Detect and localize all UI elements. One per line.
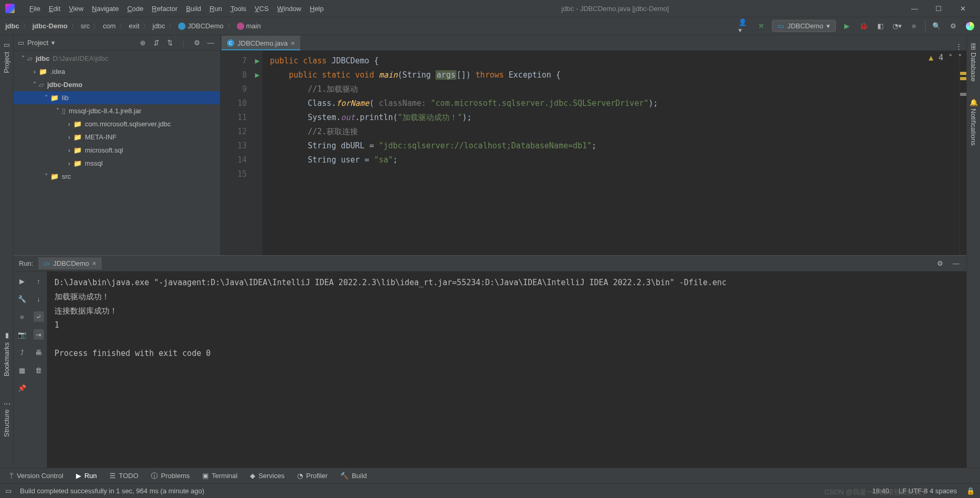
breadcrumb-JDBCDemo[interactable]: JDBCDemo <box>177 22 225 30</box>
menu-vcs[interactable]: VCS <box>251 3 273 15</box>
collapse-all-icon[interactable]: ⇅ <box>165 39 175 47</box>
stop-button[interactable]: ■ <box>908 20 920 32</box>
maximize-button[interactable]: ☐ <box>927 0 951 17</box>
hide-panel-icon[interactable]: — <box>205 39 216 47</box>
navbar: jdbc〉jdbc-Demo〉src〉com〉exit〉jdbc〉JDBCDem… <box>0 17 980 35</box>
run-tab[interactable]: ▭ JDBCDemo × <box>38 257 101 269</box>
coverage-button[interactable]: ◧ <box>875 20 886 32</box>
gutter-run-icon[interactable]: ▶ <box>252 68 263 82</box>
stop-run-icon[interactable]: ■ <box>17 311 27 322</box>
debug-button[interactable]: 🐞 <box>858 20 869 32</box>
right-gutter: 🗄 Database 🔔 Notifications <box>966 35 980 468</box>
bottom-tab-build[interactable]: 🔨Build <box>335 470 372 481</box>
tab-more-icon[interactable]: ⋮ <box>955 42 966 50</box>
menu-run[interactable]: Run <box>205 3 226 15</box>
tree-item-.idea[interactable]: ›📁.idea <box>14 65 220 78</box>
breadcrumb-main[interactable]: main <box>236 22 262 30</box>
status-icon[interactable]: ▭ <box>5 487 12 495</box>
menu-help[interactable]: Help <box>306 3 328 15</box>
menu-view[interactable]: View <box>64 3 88 15</box>
pin-icon[interactable]: 📌 <box>17 383 27 393</box>
update-icon[interactable]: ⤲ <box>755 20 767 32</box>
breadcrumb-jdbc[interactable]: jdbc <box>151 22 166 30</box>
settings-button[interactable]: ⚙ <box>948 20 959 32</box>
gutter-project[interactable]: Project ▭ <box>2 38 12 77</box>
bottom-tab-problems[interactable]: ⓘProblems <box>146 470 195 482</box>
bottom-tab-services[interactable]: ◆Services <box>245 470 290 481</box>
tree-item-src[interactable]: ˅📁src <box>14 170 220 183</box>
gutter-notifications[interactable]: 🔔 Notifications <box>968 94 978 150</box>
menu-edit[interactable]: Edit <box>45 3 64 15</box>
menu-file[interactable]: File <box>25 3 45 15</box>
gutter-run-icon[interactable]: ▶ <box>252 54 263 68</box>
tool-wrench-icon[interactable]: 🔧 <box>17 294 27 304</box>
tree-item-lib[interactable]: ˅📁lib <box>14 91 220 104</box>
print-icon[interactable]: 🖶 <box>34 347 44 358</box>
tree-item-mssql-jdbc-8.4.1.jre8.jar[interactable]: ˅▯mssql-jdbc-8.4.1.jre8.jar <box>14 104 220 117</box>
close-button[interactable]: ✕ <box>951 0 975 17</box>
status-encoding[interactable]: LF UTF-8 4 spaces <box>899 487 957 495</box>
bottom-tab-terminal[interactable]: ▣Terminal <box>197 470 243 481</box>
tab-label: JDBCDemo.java <box>237 39 288 47</box>
status-lock-icon[interactable]: 🔒 <box>966 487 975 495</box>
project-panel-title[interactable]: ▭ Project ▾ <box>18 39 134 47</box>
tree-item-META-INF[interactable]: ›📁META-INF <box>14 131 220 144</box>
breadcrumb-jdbc-Demo[interactable]: jdbc-Demo <box>31 22 69 30</box>
run-config-combo[interactable]: ▭ JDBCDemo ▾ <box>772 20 836 32</box>
dump-icon[interactable]: ⤴ <box>17 347 27 358</box>
breadcrumb-src[interactable]: src <box>80 22 91 30</box>
menu-code[interactable]: Code <box>123 3 148 15</box>
user-icon[interactable]: 👤▾ <box>738 20 750 32</box>
status-message: Build completed successfully in 1 sec, 9… <box>20 487 204 495</box>
minimize-button[interactable]: ― <box>902 0 927 17</box>
gutter-structure[interactable]: Structure ⋮ <box>2 396 12 441</box>
bottom-tab-todo[interactable]: ☰TODO <box>104 470 144 481</box>
tree-item-com.microsoft.sqlserver.jdbc[interactable]: ›📁com.microsoft.sqlserver.jdbc <box>14 117 220 131</box>
menu-refactor[interactable]: Refactor <box>148 3 182 15</box>
editor-scrollbar[interactable] <box>959 51 966 255</box>
bottom-tab-profiler[interactable]: ◔Profiler <box>292 470 333 481</box>
tree-item-mssql[interactable]: ›📁mssql <box>14 157 220 170</box>
gutter-bookmarks[interactable]: Bookmarks ▮ <box>2 328 12 381</box>
bottom-tab-run[interactable]: ▶Run <box>71 470 102 481</box>
editor-tab[interactable]: C JDBCDemo.java × <box>222 36 300 50</box>
panel-settings-icon[interactable]: ⚙ <box>192 39 202 47</box>
titlebar: FileEditViewNavigateCodeRefactorBuildRun… <box>0 0 980 17</box>
scroll-end-icon[interactable]: ⇥ <box>34 329 44 340</box>
breadcrumb-jdbc[interactable]: jdbc <box>4 22 20 30</box>
up-arrow-icon[interactable]: ↑ <box>34 276 44 286</box>
code-editor[interactable]: 789101112131415 ▶▶ public class JDBCDemo… <box>221 51 966 255</box>
app-icon <box>5 4 15 13</box>
menu-navigate[interactable]: Navigate <box>88 3 123 15</box>
menu-build[interactable]: Build <box>182 3 205 15</box>
camera-icon[interactable]: 📷 <box>17 329 27 340</box>
brand-icon[interactable] <box>964 20 976 32</box>
tree-item-microsoft.sql[interactable]: ›📁microsoft.sql <box>14 144 220 157</box>
profile-button[interactable]: ◔▾ <box>891 20 903 32</box>
locate-icon[interactable]: ⊕ <box>137 39 148 47</box>
rerun-button[interactable]: ▶ <box>17 276 27 286</box>
tree-item-jdbc[interactable]: ˅▱jdbcD:\Java\IDEA\jdbc <box>14 52 220 65</box>
breadcrumb-com[interactable]: com <box>102 22 117 30</box>
run-button[interactable]: ▶ <box>841 20 853 32</box>
down-arrow-icon[interactable]: ↓ <box>34 294 44 304</box>
search-button[interactable]: 🔍 <box>931 20 942 32</box>
menu-tools[interactable]: Tools <box>226 3 251 15</box>
breadcrumb-exit[interactable]: exit <box>128 22 140 30</box>
tab-close-icon[interactable]: × <box>291 39 295 47</box>
bottom-tab-version-control[interactable]: ᛘVersion Control <box>4 470 69 481</box>
console-output[interactable]: D:\Java\bin\java.exe "-javaagent:D:\Java… <box>47 272 966 468</box>
project-tree[interactable]: ˅▱jdbcD:\Java\IDEA\jdbc›📁.idea˅▱jdbc-Dem… <box>14 51 220 255</box>
trash-icon[interactable]: 🗑 <box>34 365 44 375</box>
run-settings-icon[interactable]: ⚙ <box>935 259 945 267</box>
menu-window[interactable]: Window <box>273 3 306 15</box>
divider: | <box>178 39 189 47</box>
layout-icon[interactable]: ▦ <box>17 365 27 375</box>
tree-item-jdbc-Demo[interactable]: ˅▱jdbc-Demo <box>14 78 220 91</box>
expand-all-icon[interactable]: ⇵ <box>151 39 161 47</box>
soft-wrap-icon[interactable]: ⤶ <box>34 311 44 322</box>
run-hide-icon[interactable]: — <box>951 259 961 267</box>
run-tab-close-icon[interactable]: × <box>92 259 96 267</box>
gutter-database[interactable]: 🗄 Database <box>968 39 978 86</box>
inspection-badge[interactable]: ▲4 ˄˅ <box>929 53 962 62</box>
